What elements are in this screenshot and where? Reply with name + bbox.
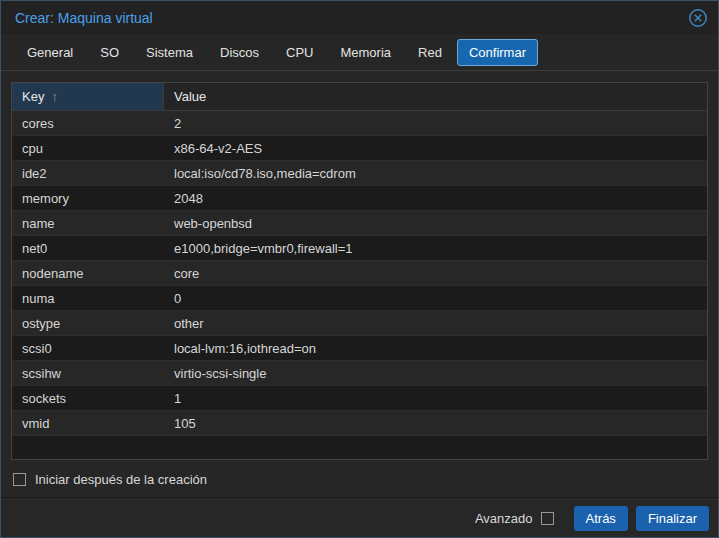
sort-ascending-icon: ↑: [51, 89, 58, 104]
row-key: cpu: [12, 141, 164, 156]
start-after-creation-checkbox[interactable]: [13, 473, 26, 486]
grid-header: Key ↑ Value: [12, 83, 707, 111]
tab-discos[interactable]: Discos: [208, 39, 271, 66]
table-row-memory[interactable]: memory 2048: [12, 186, 707, 211]
table-row-cores[interactable]: cores 2: [12, 111, 707, 136]
row-value: e1000,bridge=vmbr0,firewall=1: [164, 241, 707, 256]
column-header-key[interactable]: Key ↑: [12, 83, 164, 110]
table-row-numa[interactable]: numa 0: [12, 286, 707, 311]
row-value: other: [164, 316, 707, 331]
dialog-title: Crear: Maquina virtual: [15, 10, 153, 26]
dialog-titlebar: Crear: Maquina virtual: [1, 1, 718, 34]
row-key: ostype: [12, 316, 164, 331]
start-after-creation-label: Iniciar después de la creación: [35, 472, 207, 487]
start-after-creation-row: Iniciar después de la creación: [11, 462, 708, 497]
row-key: numa: [12, 291, 164, 306]
tab-so[interactable]: SO: [88, 39, 131, 66]
row-key: ide2: [12, 166, 164, 181]
row-key: sockets: [12, 391, 164, 406]
row-value: 2048: [164, 191, 707, 206]
table-row-scsihw[interactable]: scsihw virtio-scsi-single: [12, 361, 707, 386]
tab-cpu[interactable]: CPU: [274, 39, 325, 66]
close-button[interactable]: [687, 7, 709, 29]
row-key: nodename: [12, 266, 164, 281]
tab-sistema[interactable]: Sistema: [134, 39, 205, 66]
row-value: 105: [164, 416, 707, 431]
row-key: net0: [12, 241, 164, 256]
table-row-name[interactable]: name web-openbsd: [12, 211, 707, 236]
table-row-scsi0[interactable]: scsi0 local-lvm:16,iothread=on: [12, 336, 707, 361]
row-value: core: [164, 266, 707, 281]
dialog-footer: Avanzado Atrás Finalizar: [1, 497, 718, 538]
table-row-ostype[interactable]: ostype other: [12, 311, 707, 336]
advanced-checkbox[interactable]: [541, 512, 554, 525]
row-key: memory: [12, 191, 164, 206]
finalize-button[interactable]: Finalizar: [636, 506, 709, 531]
table-row-nodename[interactable]: nodename core: [12, 261, 707, 286]
row-value: x86-64-v2-AES: [164, 141, 707, 156]
close-icon: [688, 8, 708, 28]
table-row-sockets[interactable]: sockets 1: [12, 386, 707, 411]
row-key: name: [12, 216, 164, 231]
row-value: virtio-scsi-single: [164, 366, 707, 381]
column-header-value-label: Value: [174, 89, 206, 104]
row-value: local-lvm:16,iothread=on: [164, 341, 707, 356]
row-value: web-openbsd: [164, 216, 707, 231]
tab-red[interactable]: Red: [406, 39, 454, 66]
row-value: 0: [164, 291, 707, 306]
table-row-vmid[interactable]: vmid 105: [12, 411, 707, 436]
row-key: vmid: [12, 416, 164, 431]
settings-summary-grid: Key ↑ Value cores 2 cpu x86-64-v2: [11, 82, 708, 460]
row-key: scsihw: [12, 366, 164, 381]
advanced-label: Avanzado: [475, 511, 533, 526]
grid-empty-space: [12, 436, 707, 459]
row-key: scsi0: [12, 341, 164, 356]
row-value: local:iso/cd78.iso,media=cdrom: [164, 166, 707, 181]
table-row-ide2[interactable]: ide2 local:iso/cd78.iso,media=cdrom: [12, 161, 707, 186]
grid-body: cores 2 cpu x86-64-v2-AES ide2 local:iso…: [12, 111, 707, 436]
row-value: 1: [164, 391, 707, 406]
create-vm-dialog: Crear: Maquina virtual General SO Sistem…: [0, 0, 719, 538]
row-value: 2: [164, 116, 707, 131]
confirm-panel: Key ↑ Value cores 2 cpu x86-64-v2: [1, 71, 718, 497]
column-header-key-label: Key: [22, 89, 44, 104]
row-key: cores: [12, 116, 164, 131]
wizard-tab-bar: General SO Sistema Discos CPU Memoria Re…: [1, 34, 718, 71]
tab-memoria[interactable]: Memoria: [328, 39, 403, 66]
back-button[interactable]: Atrás: [574, 506, 628, 531]
table-row-cpu[interactable]: cpu x86-64-v2-AES: [12, 136, 707, 161]
table-row-net0[interactable]: net0 e1000,bridge=vmbr0,firewall=1: [12, 236, 707, 261]
tab-general[interactable]: General: [15, 39, 85, 66]
column-header-value[interactable]: Value: [164, 83, 707, 110]
tab-confirmar[interactable]: Confirmar: [457, 39, 538, 66]
